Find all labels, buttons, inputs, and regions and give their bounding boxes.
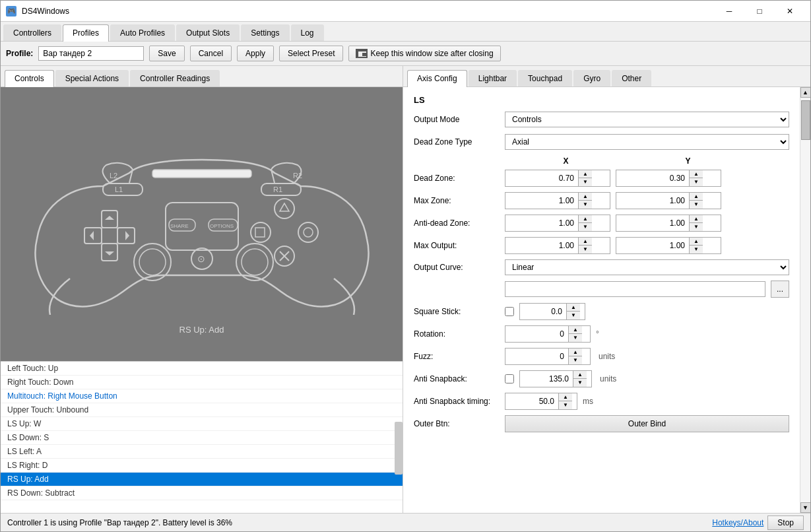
profile-input[interactable] — [38, 46, 144, 61]
dead-zone-x-down[interactable]: ▼ — [579, 178, 592, 186]
dead-zone-x-spinbox[interactable]: ▲ ▼ — [505, 170, 610, 187]
max-output-y-down[interactable]: ▼ — [690, 246, 703, 253]
tab-settings[interactable]: Settings — [241, 24, 289, 41]
list-item[interactable]: Left Touch: Up — [1, 362, 403, 376]
tab-controller-readings[interactable]: Controller Readings — [130, 70, 220, 86]
max-zone-x-spinbox[interactable]: ▲ ▼ — [505, 192, 610, 209]
list-item[interactable]: Upper Touch: Unbound — [1, 403, 403, 417]
max-zone-y-down[interactable]: ▼ — [690, 201, 703, 209]
max-output-x-up[interactable]: ▲ — [579, 238, 592, 246]
anti-snapback-up[interactable]: ▲ — [573, 371, 587, 379]
close-button[interactable]: ✕ — [775, 1, 805, 22]
fuzz-spinbox[interactable]: ▲ ▼ — [505, 348, 591, 365]
list-item[interactable]: Multitouch: Right Mouse Button — [1, 389, 403, 403]
tab-log[interactable]: Log — [291, 24, 324, 41]
dead-zone-y-down[interactable]: ▼ — [690, 178, 703, 186]
max-zone-x-up[interactable]: ▲ — [579, 193, 592, 201]
rotation-up[interactable]: ▲ — [569, 326, 582, 334]
dead-zone-x-up[interactable]: ▲ — [579, 170, 592, 178]
max-output-x-down[interactable]: ▼ — [579, 246, 592, 253]
tab-gyro[interactable]: Gyro — [573, 70, 610, 86]
anti-dead-zone-y-spinbox[interactable]: ▲ ▼ — [616, 215, 721, 232]
dead-zone-x-input[interactable] — [505, 172, 578, 185]
keep-size-button[interactable]: Keep this window size after closing — [348, 46, 500, 61]
anti-snapback-spinbox[interactable]: ▲ ▼ — [519, 370, 592, 387]
save-button[interactable]: Save — [149, 46, 184, 61]
fuzz-down[interactable]: ▼ — [569, 356, 582, 364]
tab-controllers[interactable]: Controllers — [3, 24, 61, 41]
anti-dead-zone-x-spinbox[interactable]: ▲ ▼ — [505, 215, 610, 232]
dead-zone-y-spinbox[interactable]: ▲ ▼ — [616, 170, 721, 187]
max-output-y-input[interactable] — [616, 239, 689, 252]
dead-zone-y-input[interactable] — [616, 172, 689, 185]
scroll-down-button[interactable]: ▼ — [800, 502, 811, 513]
square-stick-input[interactable] — [520, 305, 566, 318]
max-output-x-input[interactable] — [505, 239, 578, 252]
max-output-x-spinbox[interactable]: ▲ ▼ — [505, 237, 610, 254]
fuzz-up[interactable]: ▲ — [569, 349, 582, 356]
square-stick-checkbox[interactable] — [505, 307, 514, 316]
max-zone-y-up[interactable]: ▲ — [690, 193, 703, 201]
tab-output-slots[interactable]: Output Slots — [176, 24, 240, 41]
anti-dead-zone-y-input[interactable] — [616, 216, 689, 230]
scroll-thumb[interactable] — [801, 100, 810, 140]
maximize-button[interactable]: □ — [744, 1, 775, 22]
anti-dead-zone-y-down[interactable]: ▼ — [690, 223, 703, 231]
tab-controls[interactable]: Controls — [5, 70, 54, 87]
curve-edit-button[interactable]: ... — [771, 281, 789, 298]
anti-snapback-timing-up[interactable]: ▲ — [559, 393, 572, 401]
rotation-spinbox[interactable]: ▲ ▼ — [505, 325, 591, 343]
anti-dead-zone-x-up[interactable]: ▲ — [579, 215, 592, 223]
stop-button[interactable]: Stop — [767, 515, 804, 530]
anti-snapback-down[interactable]: ▼ — [573, 379, 587, 387]
tab-profiles[interactable]: Profiles — [63, 24, 109, 42]
bindings-list[interactable]: Left Touch: Up Right Touch: Down Multito… — [1, 361, 403, 513]
list-item-selected[interactable]: RS Up: Add — [1, 473, 403, 486]
anti-dead-zone-x-down[interactable]: ▼ — [579, 223, 592, 231]
tab-axis-config[interactable]: Axis Config — [407, 70, 467, 87]
tab-other[interactable]: Other — [612, 70, 651, 86]
tab-auto-profiles[interactable]: Auto Profiles — [110, 24, 175, 41]
max-zone-x-down[interactable]: ▼ — [579, 201, 592, 209]
list-item[interactable]: RS Down: Subtract — [1, 486, 403, 500]
tab-lightbar[interactable]: Lightbar — [469, 70, 517, 86]
fuzz-input[interactable] — [505, 350, 568, 363]
anti-dead-zone-y-up[interactable]: ▲ — [690, 215, 703, 223]
dead-zone-y-up[interactable]: ▲ — [690, 170, 703, 178]
anti-snapback-input[interactable] — [520, 372, 573, 385]
apply-button[interactable]: Apply — [237, 46, 274, 61]
anti-snapback-timing-spinbox[interactable]: ▲ ▼ — [505, 393, 577, 410]
output-curve-select[interactable]: Linear — [505, 259, 789, 275]
select-preset-button[interactable]: Select Preset — [279, 46, 343, 61]
anti-snapback-checkbox[interactable] — [505, 374, 514, 383]
square-stick-down[interactable]: ▼ — [567, 312, 580, 319]
output-mode-select[interactable]: Controls — [505, 112, 789, 127]
max-output-y-spinbox[interactable]: ▲ ▼ — [616, 237, 721, 254]
outer-bind-button[interactable]: Outer Bind — [505, 415, 789, 432]
hotkeys-about-link[interactable]: Hotkeys/About — [712, 518, 763, 527]
square-stick-up[interactable]: ▲ — [567, 304, 580, 312]
anti-dead-zone-x-input[interactable] — [505, 216, 578, 230]
list-item[interactable]: LS Left: A — [1, 445, 403, 459]
max-zone-y-spinbox[interactable]: ▲ ▼ — [616, 192, 721, 209]
scroll-up-button[interactable]: ▲ — [800, 87, 811, 98]
anti-snapback-timing-input[interactable] — [505, 395, 558, 408]
minimize-button[interactable]: ─ — [714, 1, 744, 22]
right-scrollbar[interactable]: ▲ ▼ — [800, 87, 810, 513]
max-zone-y-input[interactable] — [616, 194, 689, 207]
list-item[interactable]: LS Down: S — [1, 431, 403, 445]
rotation-input[interactable] — [505, 327, 568, 341]
tab-touchpad[interactable]: Touchpad — [518, 70, 572, 86]
list-item[interactable]: LS Up: W — [1, 417, 403, 431]
list-item[interactable]: Right Touch: Down — [1, 376, 403, 389]
anti-snapback-timing-down[interactable]: ▼ — [559, 401, 572, 409]
max-zone-x-input[interactable] — [505, 194, 578, 207]
cancel-button[interactable]: Cancel — [190, 46, 232, 61]
max-output-y-up[interactable]: ▲ — [690, 238, 703, 246]
rotation-down[interactable]: ▼ — [569, 334, 582, 342]
dead-zone-type-select[interactable]: Axial — [505, 134, 789, 150]
bindings-scrollbar-thumb[interactable] — [395, 422, 403, 475]
tab-special-actions[interactable]: Special Actions — [55, 70, 129, 86]
square-stick-spinbox[interactable]: ▲ ▼ — [519, 303, 585, 320]
list-item[interactable]: LS Right: D — [1, 459, 403, 473]
